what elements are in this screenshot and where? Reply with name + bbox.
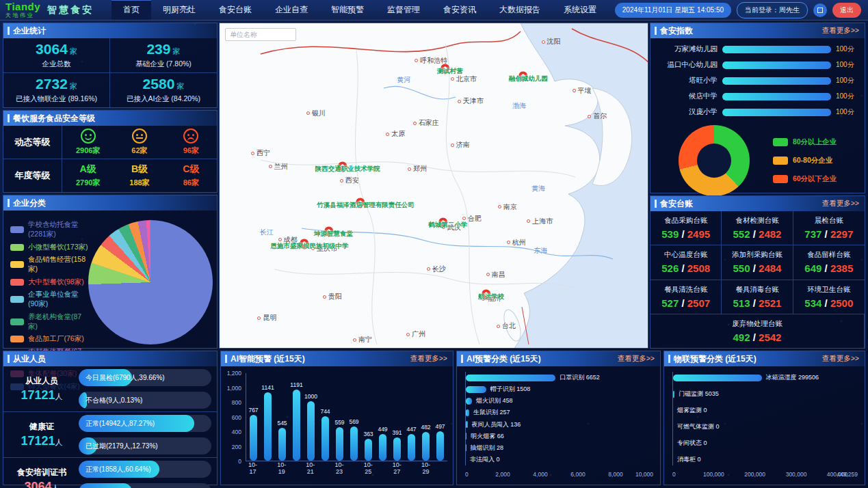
view-more-link[interactable]: 查看更多>>: [822, 354, 859, 364]
panel-personnel: 从业人员 从业人员17121人今日晨检(6790人,39.66%)不合格(9人,…: [3, 351, 218, 485]
donut-legend-swatch: [773, 175, 788, 183]
hbar-row: 抽烟识别 28: [466, 444, 653, 452]
grade-label: B级: [131, 163, 148, 176]
eye: [141, 134, 143, 136]
ledger-value: 550 / 2484: [733, 262, 782, 274]
map-city-label: 郑州: [408, 164, 427, 174]
nav-item-监督管理[interactable]: 监督管理: [376, 0, 432, 20]
nav-item-智能预警[interactable]: 智能预警: [319, 0, 376, 20]
hbar-label: 非法闯入 0: [470, 455, 500, 464]
index-bar-track: [722, 77, 831, 85]
bar-group: 1000: [304, 373, 318, 461]
bar-value-label: 363: [363, 431, 373, 437]
panel-title: 餐饮服务食品安全等级: [8, 113, 95, 124]
hbar-row: 烟火识别 458: [466, 396, 653, 405]
map-geography: [220, 23, 648, 349]
index-row: 万家滩幼儿园100分: [655, 44, 858, 54]
index-name: 汉庞小学: [655, 107, 718, 117]
progress-text: 正常(1858人,60.64%): [86, 461, 151, 478]
fullscreen-icon: [817, 8, 823, 13]
hbar-label: 消毒柜 0: [677, 455, 701, 464]
brand-logo: Tiandy 天地伟业: [0, 1, 47, 18]
topbar-right: 2024年11月01日 星期五 14:05:50 当前登录：周先生 退出: [615, 2, 868, 18]
index-name: 温口中心幼儿园: [655, 60, 718, 70]
level-item: C级86家: [166, 159, 217, 193]
city-dot-icon: [415, 59, 418, 62]
nav-item-系统设置[interactable]: 系统设置: [552, 0, 608, 20]
bar-group: 363: [361, 373, 376, 461]
index-score: 100分: [836, 60, 858, 70]
hbar-row: 专间状态 0: [673, 439, 858, 448]
ledger-cell: 废弃物处理台账492 / 2542: [650, 314, 865, 348]
personnel-bars: 正常(1858人,60.64%)已过期(1206人,39.36%): [79, 461, 211, 488]
ai-category-bar-chart: 口罩识别 6652帽子识别 1508烟火识别 458生鼠识别 257夜间人员闯入…: [465, 372, 653, 465]
map-city-label: 上海市: [527, 217, 553, 226]
hbar-row: 冰箱温湿度 299506: [673, 373, 858, 382]
map-city-label: 台北: [497, 321, 516, 331]
index-rows: 万家滩幼儿园100分温口中心幼儿园100分塔旺小学100分候店中学100分汉庞小…: [650, 38, 865, 120]
city-dot-icon: [306, 111, 310, 115]
index-name: 万家滩幼儿园: [655, 44, 718, 54]
stat-label: 已接入AI企业 (84.20%): [127, 94, 200, 104]
unit-search-input[interactable]: [225, 28, 296, 41]
iot-category-bar-chart: 冰箱温湿度 299506门磁监测 5035烟雾监测 0可燃气体监测 0专间状态 …: [672, 372, 858, 465]
category-legend: 学校含幼托食堂(2281家)小微型餐饮(173家)食品销售经营(158家)大中型…: [10, 220, 88, 344]
ledger-value: 539 / 2495: [661, 228, 710, 240]
map-water-label: 渤海: [512, 101, 526, 111]
hbar-label: 烟火识别 458: [476, 396, 513, 405]
panel-ai-category: AI预警分类 (近15天) 查看更多>> 口罩识别 6652帽子识别 1508烟…: [456, 351, 661, 485]
view-more-link[interactable]: 查看更多>>: [822, 199, 859, 208]
index-bar-track: [722, 62, 831, 69]
datetime-display: 2024年11月01日 星期五 14:05:50: [615, 3, 731, 18]
map-city-label: 太原: [386, 129, 405, 139]
ledger-value: 492 / 2542: [733, 331, 782, 343]
level-count: 2906家: [76, 146, 100, 156]
bar: [293, 390, 300, 461]
view-more-link[interactable]: 查看更多>>: [822, 26, 859, 36]
map-city-label: 贵阳: [323, 292, 342, 301]
nav-item-食安台账[interactable]: 食安台账: [207, 0, 263, 20]
hbar-fill: [466, 421, 468, 428]
map-marker-label: 融创城幼儿园: [509, 74, 548, 83]
eye: [192, 134, 194, 136]
map-water-label: 长江: [260, 228, 274, 237]
nav-item-明厨亮灶[interactable]: 明厨亮灶: [151, 0, 207, 20]
progress-text: 已过期(2179人,12.73%): [86, 437, 158, 455]
app-title: 智慧食安: [47, 4, 94, 16]
panel-safety-index: 食安指数 查看更多>> 万家滩幼儿园100分温口中心幼儿园100分塔旺小学100…: [650, 23, 865, 193]
view-more-link[interactable]: 查看更多>>: [410, 354, 447, 364]
nav-item-企业自查[interactable]: 企业自查: [263, 0, 319, 20]
city-dot-icon: [542, 40, 545, 44]
legend-swatch: [10, 318, 24, 325]
nav-item-食安资讯[interactable]: 食安资讯: [432, 0, 488, 20]
fullscreen-button[interactable]: [813, 3, 827, 17]
bar-group: 767: [246, 373, 261, 461]
ai-warning-bar-chart: 7671141545119110007445595693634493914474…: [246, 373, 447, 461]
china-map[interactable]: 呼和浩特北京市天津市沈阳平壤首尔石家庄太原济南银川西宁兰州西安郑州成都重庆市贵阳…: [219, 23, 648, 349]
map-marker-label: 恩施市盛家坝民族初级中学: [270, 242, 348, 251]
mouth: [136, 137, 143, 139]
legend-swatch: [10, 336, 24, 342]
city-dot-icon: [497, 325, 500, 328]
neutral-face-icon: [132, 128, 147, 144]
city-dot-icon: [588, 115, 591, 118]
mouth: [187, 137, 194, 141]
view-more-link[interactable]: 查看更多>>: [618, 354, 655, 364]
progress-text: 不合格(9人,0.13%): [86, 392, 142, 409]
ledger-cell: 晨检台账737 / 2297: [793, 211, 865, 245]
iot-category-x-axis: 0100,000200,000300,000400,000449,259: [672, 471, 858, 479]
level-item: B级188家: [114, 159, 165, 193]
legend-item: 学校含幼托食堂(2281家): [10, 220, 88, 239]
logo-subtext: 天地伟业: [5, 13, 40, 18]
nav-item-大数据报告[interactable]: 大数据报告: [488, 0, 552, 20]
bar-group: 449: [376, 373, 390, 461]
logout-button[interactable]: 退出: [832, 3, 861, 18]
bar-value-label: 1141: [261, 384, 274, 391]
map-city-label: 首尔: [588, 111, 607, 121]
panel-title: 企业分类: [8, 198, 46, 209]
stat-cell: 2580 家已接入AI企业 (84.20%): [110, 73, 217, 108]
main-nav: 首页明厨亮灶食安台账企业自查智能预警监督管理食安资讯大数据报告系统设置: [111, 0, 608, 20]
nav-item-首页[interactable]: 首页: [111, 0, 151, 20]
map-marker-label: 测试村营: [437, 67, 463, 76]
progress-track: 已过期(1206人,39.36%): [79, 483, 211, 488]
